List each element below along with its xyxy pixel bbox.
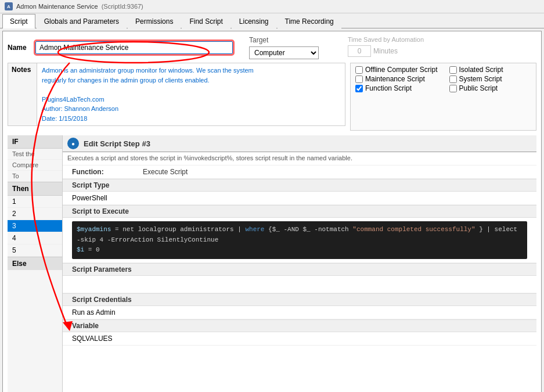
checkbox-maintenance-label: Maintenance Script	[365, 75, 425, 83]
name-input[interactable]	[35, 41, 233, 54]
time-saved-row: Minutes	[348, 45, 424, 57]
step-list: 1 2 3 4 5	[8, 196, 62, 257]
checkbox-function-input[interactable]	[355, 85, 363, 92]
step-item-5[interactable]: 5	[8, 244, 62, 257]
script-creds-label: Script Credentials	[63, 293, 536, 306]
script-type-value: PowerShell	[63, 192, 536, 205]
tab-licensing[interactable]: Licensing	[232, 14, 276, 28]
split-panel: IF Test the Compare To Then 1 2 3 4 5 El…	[8, 135, 536, 392]
checkbox-offline: Offline Computer Script	[355, 66, 438, 74]
script-execute-label: Script to Execute	[63, 205, 536, 218]
step-item-1[interactable]: 1	[8, 196, 62, 208]
script-editor-header: ● Edit Script Step #3	[63, 135, 536, 152]
notes-content: Admon is an administrator group monitor …	[37, 63, 345, 125]
checkbox-public-label: Public Script	[459, 84, 498, 92]
checkbox-system-label: System Script	[459, 75, 502, 83]
name-label: Name	[8, 44, 31, 52]
script-editor-icon: ●	[67, 138, 79, 149]
time-saved-section: Time Saved by Automation Minutes	[348, 36, 424, 59]
checkboxes-section: Offline Computer Script Isolated Script …	[350, 63, 536, 131]
tab-timerecording[interactable]: Time Recording	[278, 14, 341, 28]
if-label: IF	[8, 135, 62, 149]
target-select[interactable]: Computer	[249, 46, 319, 59]
variable-value: SQLVALUES	[63, 332, 536, 346]
checkbox-isolated-label: Isolated Script	[459, 66, 503, 74]
script-creds-value: Run as Admin	[63, 306, 536, 319]
script-id: (ScriptId:9367)	[102, 3, 143, 10]
step-item-2[interactable]: 2	[8, 208, 62, 220]
notes-label: Notes	[8, 63, 37, 125]
test-row: Test the	[8, 149, 62, 160]
app-icon: A	[5, 2, 13, 10]
function-label: Function:	[72, 168, 136, 176]
script-params-value	[63, 276, 536, 293]
checkbox-isolated: Isolated Script	[449, 66, 532, 74]
tab-bar: Script Globals and Parameters Permission…	[0, 13, 544, 28]
checkbox-system-input[interactable]	[449, 75, 457, 83]
name-row: Name Target Computer Time Saved by Autom…	[8, 36, 536, 59]
checkbox-function-label: Function Script	[365, 84, 412, 92]
time-saved-label: Time Saved by Automation	[348, 36, 424, 43]
tab-findscript[interactable]: Find Script	[182, 14, 230, 28]
checkbox-offline-input[interactable]	[355, 66, 363, 74]
left-panel: IF Test the Compare To Then 1 2 3 4 5 El…	[8, 135, 63, 392]
step-item-4[interactable]: 4	[8, 232, 62, 244]
to-row: To	[8, 171, 62, 182]
function-row: Function: Execute Script	[63, 166, 536, 179]
checkbox-isolated-input[interactable]	[449, 66, 457, 74]
app-title: Admon Maintenance Service	[16, 3, 98, 10]
main-content: Name Target Computer Time Saved by Autom…	[2, 31, 542, 392]
title-bar: A Admon Maintenance Service (ScriptId:93…	[0, 0, 544, 13]
tab-globals[interactable]: Globals and Parameters	[37, 14, 127, 28]
compare-row: Compare	[8, 160, 62, 171]
notes-checkboxes-row: Notes Admon is an administrator group mo…	[8, 63, 536, 131]
target-label: Target	[249, 36, 319, 44]
script-code-line2: $i = 0	[77, 245, 523, 256]
script-type-label: Script Type	[63, 179, 536, 192]
tab-script[interactable]: Script	[2, 14, 35, 28]
script-params-label: Script Parameters	[63, 263, 536, 276]
variable-label: Variable	[63, 319, 536, 332]
step-item-3[interactable]: 3	[8, 220, 62, 232]
else-label: Else	[8, 257, 62, 270]
checkbox-maintenance: Maintenance Script	[355, 75, 438, 83]
right-panel: ● Edit Script Step #3 Executes a script …	[63, 135, 536, 392]
top-right-section: Target Computer Time Saved by Automation…	[237, 36, 536, 59]
script-code-box[interactable]: $myadmins = net localgroup administrator…	[72, 221, 527, 259]
checkbox-maintenance-input[interactable]	[355, 75, 363, 83]
checkbox-system: System Script	[449, 75, 532, 83]
function-value: Execute Script	[143, 168, 188, 176]
script-editor-subtitle: Executes a script and stores the script …	[63, 152, 536, 166]
script-editor-title: Edit Script Step #3	[84, 139, 150, 148]
tab-permissions[interactable]: Permissions	[128, 14, 181, 28]
then-label: Then	[8, 182, 62, 196]
script-code-section: $myadmins = net localgroup administrator…	[63, 218, 536, 263]
checkbox-function: Function Script	[355, 84, 438, 92]
checkbox-offline-label: Offline Computer Script	[365, 66, 438, 74]
checkbox-public-input[interactable]	[449, 85, 457, 92]
checkbox-public: Public Script	[449, 84, 532, 92]
target-section: Target Computer	[249, 36, 319, 59]
notes-section: Notes Admon is an administrator group mo…	[8, 63, 345, 126]
time-input[interactable]	[348, 45, 371, 57]
time-unit: Minutes	[373, 47, 398, 55]
script-code-line1: $myadmins = net localgroup administrator…	[77, 225, 523, 245]
